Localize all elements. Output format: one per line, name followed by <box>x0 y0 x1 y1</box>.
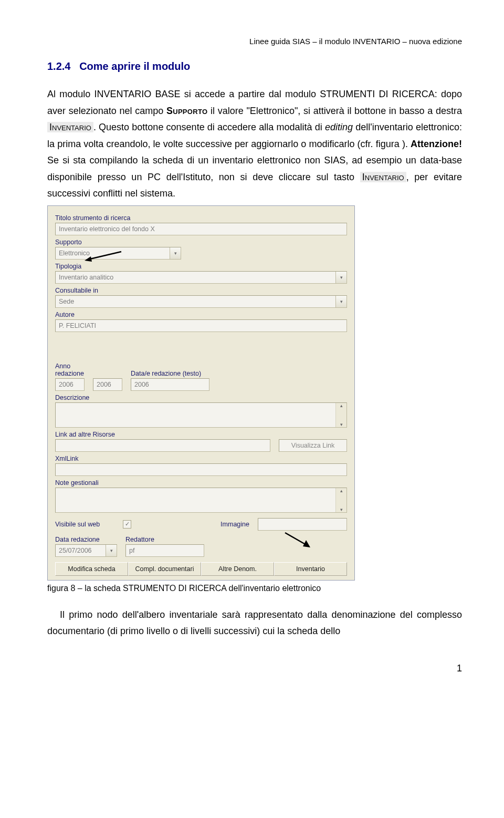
select-supporto[interactable]: Elettronico ▾ <box>55 247 181 260</box>
input-redattore[interactable]: pf <box>125 544 204 557</box>
label: Visualizza Link <box>291 442 334 449</box>
input-immagine[interactable] <box>258 518 347 531</box>
textarea-descrizione[interactable]: ▴▾ <box>55 402 347 428</box>
section-number: 1.2.4 <box>47 60 70 72</box>
label-redattore: Redattore <box>125 536 204 543</box>
emph-editing: editing <box>325 122 353 132</box>
label-anno: Anno redazione <box>55 363 85 377</box>
text: . Questo bottone consente di accedere al… <box>93 122 325 132</box>
chevron-down-icon: ▾ <box>170 247 181 259</box>
modifica-scheda-button[interactable]: Modifica scheda <box>55 562 128 576</box>
input-link[interactable] <box>55 439 270 452</box>
scrollbar[interactable]: ▴▾ <box>335 403 346 427</box>
input-xmllink[interactable] <box>55 463 347 476</box>
label-immagine: Immagine <box>220 521 249 528</box>
compl-documentari-button[interactable]: Compl. documentari <box>128 562 201 576</box>
label-tipologia: Tipologia <box>55 263 347 270</box>
visualizza-link-button[interactable]: Visualizza Link <box>279 439 347 452</box>
value: Inventario analitico <box>59 274 113 281</box>
text: il valore "Elettronico", si attiverà il … <box>207 106 462 116</box>
label-note: Note gestionali <box>55 479 347 486</box>
inventario-button[interactable]: Inventario <box>274 562 347 576</box>
value: Inventario elettronico del fondo X <box>59 225 155 233</box>
chevron-down-icon: ▾ <box>335 296 346 307</box>
value: 2006 <box>59 381 74 388</box>
chevron-down-icon: ▾ <box>106 545 117 556</box>
value: P. FELICIATI <box>59 322 96 329</box>
paragraph-1: Al modulo INVENTARIO BASE si accede a pa… <box>47 86 462 202</box>
label-autore: Autore <box>55 311 347 318</box>
value: 2006 <box>97 381 111 388</box>
attention-label: Attenzione! <box>411 139 462 149</box>
value: Sede <box>59 298 74 305</box>
page-number: 1 <box>47 663 462 674</box>
select-consultabile[interactable]: Sede ▾ <box>55 295 347 308</box>
button-ref-inventario: Inventario <box>47 122 93 132</box>
button-bar: Modifica scheda Compl. documentari Altre… <box>55 562 347 576</box>
input-datae[interactable]: 2006 <box>131 378 209 391</box>
field-ref-supporto: Supporto <box>166 106 207 116</box>
button-ref-inventario-2: Inventario <box>360 172 406 182</box>
value: pf <box>129 547 134 554</box>
value: Elettronico <box>59 250 90 257</box>
label-anno-spacer <box>93 370 122 377</box>
label-supporto: Supporto <box>55 239 347 246</box>
label-datae: Data/e redazione (testo) <box>131 370 347 377</box>
section-heading: 1.2.4 Come aprire il modulo <box>47 60 462 73</box>
altre-denom-button[interactable]: Altre Denom. <box>201 562 274 576</box>
label-titolo: Titolo strumento di ricerca <box>55 214 347 222</box>
label-xmllink: XmlLink <box>55 455 347 462</box>
document-header: Linee guida SIAS – il modulo INVENTARIO … <box>47 37 462 46</box>
input-anno2[interactable]: 2006 <box>93 378 122 391</box>
form-screenshot: Titolo strumento di ricerca Inventario e… <box>47 205 355 581</box>
input-titolo[interactable]: Inventario elettronico del fondo X <box>55 223 347 235</box>
checkbox-visibile[interactable]: ✓ <box>123 520 131 529</box>
input-datared[interactable]: 25/07/2006 ▾ <box>55 544 117 557</box>
paragraph-2: Il primo nodo dell'albero inventariale s… <box>47 607 462 640</box>
label-datared: Data redazione <box>55 536 117 543</box>
chevron-down-icon: ▾ <box>335 272 346 283</box>
label-link: Link ad altre Risorse <box>55 431 347 438</box>
label-consultabile: Consultabile in <box>55 287 347 294</box>
select-tipologia[interactable]: Inventario analitico ▾ <box>55 271 347 284</box>
value: 2006 <box>134 381 149 388</box>
value: 25/07/2006 <box>59 547 92 554</box>
input-anno1[interactable]: 2006 <box>55 378 85 391</box>
section-title-text: Come aprire il modulo <box>79 60 190 72</box>
label-descrizione: Descrizione <box>55 394 347 401</box>
label-visibile: Visibile sul web <box>55 521 100 528</box>
figure-caption: figura 8 – la scheda STRUMENTO DI RICERC… <box>47 584 462 593</box>
scrollbar[interactable]: ▴▾ <box>335 488 346 512</box>
textarea-note[interactable]: ▴▾ <box>55 488 347 513</box>
input-autore[interactable]: P. FELICIATI <box>55 319 347 332</box>
